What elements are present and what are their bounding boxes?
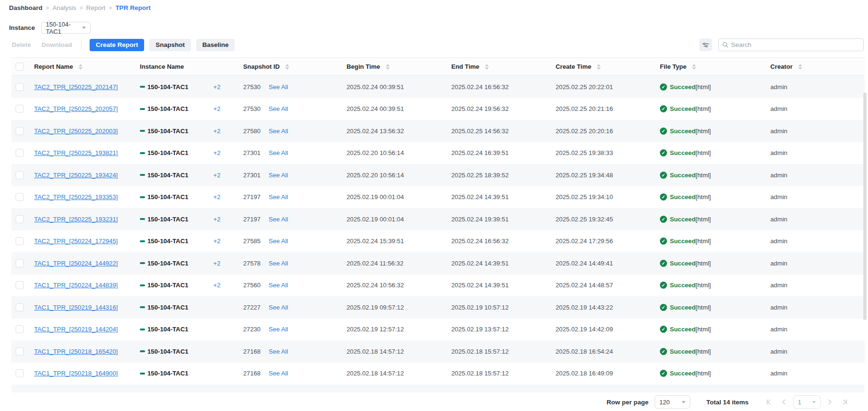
report-name-link[interactable]: TAC2_TPR_[250225_193353] bbox=[34, 193, 118, 201]
report-name-link[interactable]: TAC2_TPR_[250225_202057] bbox=[34, 105, 118, 112]
more-instances-link[interactable]: +2 bbox=[213, 105, 220, 112]
table-header-cell[interactable]: Instance Name bbox=[140, 63, 243, 70]
table-header-cell[interactable]: Creator bbox=[770, 63, 865, 70]
see-all-link[interactable]: See All bbox=[269, 216, 288, 223]
row-checkbox[interactable] bbox=[16, 149, 24, 157]
creator-cell: admin bbox=[770, 348, 865, 355]
more-instances-link[interactable]: +2 bbox=[213, 282, 220, 289]
file-status: Succeed bbox=[670, 326, 695, 333]
download-button[interactable]: Download bbox=[42, 41, 73, 48]
horizontal-scrollbar-track[interactable] bbox=[11, 384, 865, 393]
report-name-link[interactable]: TAC1_TPR_[250218_165420] bbox=[34, 348, 118, 355]
row-checkbox[interactable] bbox=[16, 259, 24, 267]
see-all-link[interactable]: See All bbox=[269, 304, 288, 311]
more-instances-link[interactable]: +2 bbox=[213, 149, 220, 156]
more-instances-link[interactable]: +2 bbox=[213, 237, 220, 245]
table-header-cell[interactable]: Create Time bbox=[556, 63, 660, 70]
more-instances-link[interactable]: +2 bbox=[213, 128, 220, 135]
column-label: Creator bbox=[770, 63, 793, 70]
rows-per-page-select[interactable]: 120 bbox=[655, 395, 690, 409]
baseline-button[interactable]: Baseline bbox=[196, 39, 235, 51]
see-all-link[interactable]: See All bbox=[269, 172, 288, 179]
more-instances-link[interactable]: +2 bbox=[213, 172, 220, 179]
last-page-button[interactable] bbox=[840, 397, 850, 407]
more-instances-link[interactable]: +2 bbox=[213, 193, 220, 201]
report-name-link[interactable]: TAC1_TPR_[250224_144839] bbox=[34, 282, 118, 289]
total-items-label: Total 14 items bbox=[706, 399, 749, 406]
select-all-checkbox[interactable] bbox=[16, 63, 24, 71]
see-all-link[interactable]: See All bbox=[269, 326, 288, 333]
table-header-cell[interactable]: Snapshot ID bbox=[243, 63, 347, 70]
sort-icon[interactable] bbox=[386, 64, 390, 70]
instance-select[interactable]: 150-104-TAC1 bbox=[41, 22, 91, 34]
first-page-button[interactable] bbox=[764, 397, 774, 407]
row-checkbox[interactable] bbox=[16, 369, 24, 377]
file-extension: [html] bbox=[695, 304, 711, 311]
report-name-link[interactable]: TAC1_TPR_[250218_164900] bbox=[34, 370, 118, 377]
breadcrumb-item-dashboard[interactable]: Dashboard bbox=[9, 4, 43, 11]
sort-icon[interactable] bbox=[285, 64, 289, 70]
file-type-cell: ✓ Succeed [html] bbox=[660, 172, 770, 179]
table-header-cell[interactable]: End Time bbox=[451, 63, 556, 70]
see-all-link[interactable]: See All bbox=[269, 370, 288, 377]
see-all-link[interactable]: See All bbox=[269, 193, 288, 201]
filter-button[interactable] bbox=[699, 38, 712, 51]
report-name-cell: TAC2_TPR_[250224_172945] bbox=[34, 237, 140, 245]
previous-page-button[interactable] bbox=[778, 397, 789, 407]
report-name-link[interactable]: TAC2_TPR_[250225_202003] bbox=[34, 128, 118, 135]
vertical-scrollbar-thumb[interactable] bbox=[863, 92, 867, 320]
row-checkbox[interactable] bbox=[16, 237, 24, 245]
table-header-cell[interactable]: Begin Time bbox=[347, 63, 451, 70]
see-all-link[interactable]: See All bbox=[269, 83, 288, 91]
next-page-button[interactable] bbox=[825, 397, 835, 407]
report-name-link[interactable]: TAC2_TPR_[250225_193821] bbox=[34, 149, 118, 156]
sort-icon[interactable] bbox=[692, 64, 696, 70]
table-header-cell[interactable]: Report Name bbox=[34, 63, 140, 70]
snapshot-button[interactable]: Snapshot bbox=[149, 39, 191, 51]
sort-icon[interactable] bbox=[485, 64, 489, 70]
row-checkbox[interactable] bbox=[16, 127, 24, 135]
end-time-cell: 2025.02.24 19:39:51 bbox=[451, 216, 556, 223]
row-checkbox[interactable] bbox=[16, 105, 24, 113]
see-all-link[interactable]: See All bbox=[269, 128, 288, 135]
creator-cell: admin bbox=[770, 326, 865, 333]
report-name-link[interactable]: TAC2_TPR_[250224_172945] bbox=[34, 237, 118, 245]
more-instances-link[interactable]: +2 bbox=[213, 83, 220, 91]
more-instances-link[interactable]: +2 bbox=[213, 216, 220, 223]
report-name-link[interactable]: TAC2_TPR_[250225_202147] bbox=[34, 83, 118, 91]
row-checkbox[interactable] bbox=[16, 347, 24, 356]
row-checkbox[interactable] bbox=[16, 215, 24, 223]
begin-time-cell: 2025.02.24 00:39:51 bbox=[347, 83, 451, 91]
breadcrumb-item-report[interactable]: Report bbox=[86, 4, 106, 11]
report-name-link[interactable]: TAC1_TPR_[250219_144316] bbox=[34, 304, 118, 311]
see-all-link[interactable]: See All bbox=[269, 149, 288, 156]
instance-name-cell: 150-104-TAC1 +2 bbox=[140, 237, 243, 245]
more-instances-link[interactable]: +2 bbox=[213, 260, 220, 267]
row-checkbox[interactable] bbox=[16, 83, 24, 91]
search-input[interactable] bbox=[731, 41, 859, 48]
report-name-link[interactable]: TAC2_TPR_[250225_193231] bbox=[34, 216, 118, 223]
row-checkbox[interactable] bbox=[16, 171, 24, 179]
breadcrumb-item-analysis[interactable]: Analysis bbox=[53, 4, 76, 11]
sort-icon[interactable] bbox=[79, 64, 82, 70]
table-header-cell[interactable]: File Type bbox=[660, 63, 770, 70]
report-name-link[interactable]: TAC1_TPR_[250219_144204] bbox=[34, 326, 118, 333]
see-all-link[interactable]: See All bbox=[269, 260, 288, 267]
begin-time-cell: 2025.02.24 11:56:32 bbox=[347, 260, 451, 267]
sort-icon[interactable] bbox=[597, 64, 601, 70]
delete-button[interactable]: Delete bbox=[12, 41, 31, 48]
see-all-link[interactable]: See All bbox=[269, 105, 288, 112]
sort-icon[interactable] bbox=[798, 64, 802, 70]
row-checkbox[interactable] bbox=[16, 325, 24, 333]
see-all-link[interactable]: See All bbox=[269, 282, 288, 289]
see-all-link[interactable]: See All bbox=[269, 348, 288, 355]
report-name-link[interactable]: TAC1_TPR_[250224_144922] bbox=[34, 260, 118, 267]
create-report-button[interactable]: Create Report bbox=[90, 39, 144, 51]
row-checkbox[interactable] bbox=[16, 303, 24, 311]
search-box[interactable] bbox=[718, 38, 864, 51]
report-name-link[interactable]: TAC2_TPR_[250225_193424] bbox=[34, 172, 118, 179]
current-page-select[interactable]: 1 bbox=[793, 395, 821, 409]
see-all-link[interactable]: See All bbox=[269, 237, 288, 245]
row-checkbox[interactable] bbox=[16, 193, 24, 201]
row-checkbox[interactable] bbox=[16, 281, 24, 289]
